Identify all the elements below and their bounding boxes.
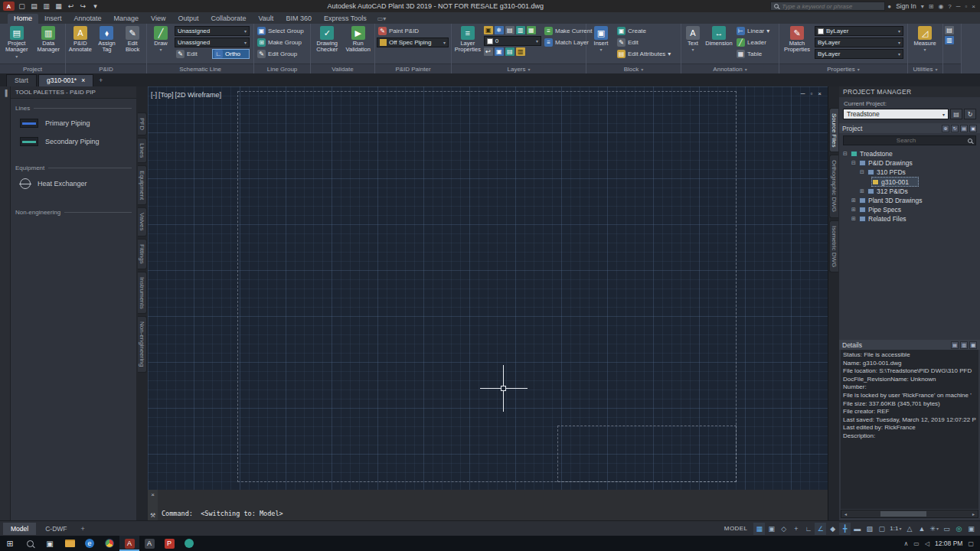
make-group-button[interactable]: ⊞ Make Group (256, 37, 305, 47)
annotation-scale-control[interactable]: 1:1▾ (888, 523, 903, 535)
palette-tab-equipment[interactable]: Equipment (138, 165, 147, 205)
edge-browser-icon[interactable]: e (80, 536, 100, 551)
draw-button[interactable]: ╱ Draw ▾ (149, 24, 173, 63)
help-search[interactable] (770, 2, 885, 11)
palette-tab-valves[interactable]: Valves (138, 207, 147, 236)
copy-icon[interactable]: ▥ (945, 36, 954, 44)
palette-tab-pfd[interactable]: PFD (138, 112, 147, 135)
action-center-icon[interactable]: ▢ (968, 540, 974, 547)
palette-properties-icon[interactable]: ▐ (3, 90, 8, 96)
edit-block-panel-button[interactable]: ✎ Edit (616, 37, 677, 47)
ribbon-tab-bim360[interactable]: BIM 360 (279, 14, 318, 24)
make-current-button[interactable]: ≡ Make Current (543, 26, 584, 36)
network-icon[interactable]: ▭ (913, 540, 920, 547)
edit-block-button[interactable]: ✎ Edit Block (120, 24, 145, 63)
file-tab-close-icon[interactable]: × (81, 77, 85, 84)
panel-expand-icon[interactable]: ▾ (858, 67, 860, 72)
ribbon-tab-collaborate[interactable]: Collaborate (204, 14, 252, 24)
dimension-button[interactable]: ↔ Dimension (704, 24, 733, 63)
insert-dropdown-icon[interactable]: ▾ (599, 47, 602, 53)
volume-icon[interactable]: ◁ (925, 540, 929, 547)
expand-icon[interactable]: ⊞ (859, 188, 865, 194)
line-group-combo[interactable]: Unassigned▾ (175, 37, 250, 47)
model-space-toggle[interactable]: MODEL (719, 525, 753, 532)
open-project-icon[interactable]: ▤ (950, 109, 962, 119)
layer-merge-icon[interactable]: ▥ (516, 47, 525, 56)
linetype-combo[interactable]: ByLayer ▾ (815, 37, 903, 47)
layer-off-icon[interactable]: ▣ (484, 26, 493, 34)
assign-tag-button[interactable]: ⬧ Assign Tag (95, 24, 119, 63)
pm-tab-orthographic-dwg[interactable]: Orthographic DWG (829, 155, 838, 217)
ribbon-tab-output[interactable]: Output (172, 14, 204, 24)
scrollbar-thumb[interactable] (880, 511, 926, 517)
refresh-project-icon[interactable]: ↻ (964, 109, 976, 119)
details-horizontal-scrollbar[interactable]: ◂ ▸ (841, 510, 978, 518)
details-view-icon[interactable]: ▤ (951, 341, 959, 349)
tree-node-g310-001[interactable]: g310-001 (871, 177, 919, 187)
project-manager-button[interactable]: ▤ Project Manager ▾ (2, 24, 32, 63)
close-window-icon[interactable]: × (972, 3, 975, 10)
layer-freeze-icon[interactable]: ❄ (495, 26, 504, 34)
collapse-icon[interactable]: ⊟ (859, 169, 865, 175)
layer-lock-icon[interactable]: ▤ (505, 26, 514, 34)
acrobat-icon[interactable]: P (159, 536, 179, 551)
project-search[interactable] (843, 135, 976, 145)
drawing-minimize-icon[interactable]: ─ (801, 90, 805, 97)
edit-line-button[interactable]: ✎ Edit (175, 49, 211, 59)
help-search-input[interactable] (782, 3, 881, 10)
refresh-tree-icon[interactable]: ↻ (951, 125, 959, 132)
draw-dropdown-icon[interactable]: ▾ (159, 47, 162, 53)
edit-group-button[interactable]: ✎ Edit Group (256, 49, 305, 59)
undo-icon[interactable]: ↩ (66, 2, 76, 11)
tree-node-plant3d-drawings[interactable]: ⊞ Plant 3D Drawings (841, 196, 978, 205)
scroll-right-icon[interactable]: ▸ (969, 511, 978, 517)
project-search-input[interactable] (847, 137, 965, 144)
insert-block-button[interactable]: ▣ Insert ▾ (588, 24, 614, 63)
ribbon-tab-manage[interactable]: Manage (108, 14, 145, 24)
new-drawing-icon[interactable]: ⊕ (942, 125, 949, 132)
snap-toggle-icon[interactable]: ▣ (766, 523, 777, 535)
palette-tab-lines[interactable]: Lines (138, 138, 147, 163)
tree-node-310-pfds[interactable]: ⊟ 310 PFDs (841, 168, 978, 177)
clean-screen-icon[interactable]: ▣ (965, 523, 977, 535)
tree-node-related-files[interactable]: ⊞ Related Files (841, 214, 978, 223)
notifications-icon[interactable]: ◉ (938, 3, 943, 10)
edit-attributes-button[interactable]: ▤ Edit Attributes ▾ (616, 49, 677, 59)
viewport-controls-menu[interactable]: [-] (151, 91, 157, 99)
ribbon-tab-view[interactable]: View (145, 14, 172, 24)
open-file-icon[interactable]: ▤ (29, 2, 39, 11)
ribbon-options-icon[interactable]: ▭▾ (377, 15, 387, 24)
line-type-combo[interactable]: Unassigned▾ (175, 26, 250, 36)
layer-unisolate-icon[interactable]: ▦ (527, 26, 536, 34)
pin-panel-icon[interactable]: ▣ (969, 125, 977, 132)
details-collapse-icon[interactable]: ▦ (969, 341, 977, 349)
select-group-button[interactable]: ▣ Select Group (256, 26, 305, 36)
redo-icon[interactable]: ↪ (78, 2, 88, 11)
collapse-icon[interactable]: ⊟ (851, 160, 857, 166)
tree-node-treadstone[interactable]: ⊟ Treadstone (841, 149, 978, 158)
pm-tab-source-files[interactable]: Source Files (829, 108, 838, 152)
new-layout-button[interactable]: + (76, 523, 89, 535)
layer-isolate-icon[interactable]: ▥ (516, 26, 525, 34)
data-manager-button[interactable]: ▥ Data Manager (34, 24, 64, 63)
polar-tracking-icon[interactable]: ∠ (815, 523, 826, 535)
tree-node-pipe-specs[interactable]: ⊞ Pipe Specs (841, 205, 978, 214)
panel-expand-icon[interactable]: ▾ (935, 67, 937, 72)
command-close-icon[interactable]: × (151, 491, 155, 498)
measure-dropdown-icon[interactable]: ▾ (923, 47, 926, 53)
tool-primary-piping[interactable]: Primary Piping (11, 114, 136, 132)
application-menu-icon[interactable]: A (3, 2, 15, 11)
ortho-mode-icon[interactable]: ∟ (802, 523, 814, 535)
tree-view-icon[interactable]: ▤ (960, 125, 968, 132)
ribbon-tab-annotate[interactable]: Annotate (68, 14, 108, 24)
annotation-monitor-icon[interactable]: ▭ (941, 523, 952, 535)
layer-previous-icon[interactable]: ↩ (484, 47, 493, 56)
drawing-canvas[interactable]: [-] [Top] [2D Wireframe] ─ ▫ × × ⚒ (148, 86, 828, 520)
isolate-objects-icon[interactable]: ◎ (953, 523, 965, 535)
start-button[interactable]: ⊞ (0, 536, 20, 551)
drawing-close-icon[interactable]: × (818, 90, 822, 97)
text-dropdown-icon[interactable]: ▾ (691, 47, 694, 53)
linear-dimension-button[interactable]: ⊢ Linear ▾ (735, 26, 775, 36)
app-store-icon[interactable]: ⊞ (929, 3, 934, 10)
task-view-button[interactable]: ▣ (40, 536, 60, 551)
